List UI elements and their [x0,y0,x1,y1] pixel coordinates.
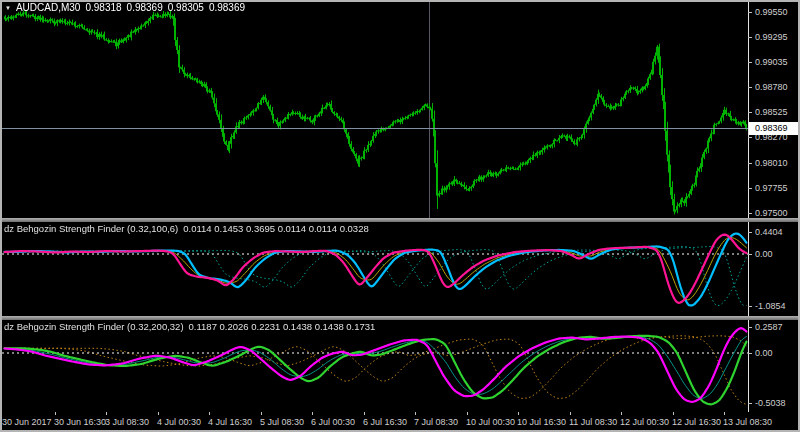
symbol-timeframe-label: AUDCAD,M30 [16,2,80,13]
ohlc-close: 0.98369 [209,2,245,13]
time-axis-label: 30 Jun 16:30 [54,417,106,427]
mt4-chart-window: ▼ AUDCAD,M30 0.98318 0.98369 0.98305 0.9… [0,0,800,432]
time-tick-mark [621,412,622,415]
time-tick-mark [570,412,571,415]
axis-price-label: 0.97755 [755,183,788,193]
time-tick-mark [364,412,365,415]
axis-tick-mark [748,163,752,164]
time-tick-mark [209,412,210,415]
axis-price-label: 0.98525 [755,107,788,117]
time-tick-mark [415,412,416,415]
axis-tick-mark [748,254,752,255]
ohlc-open: 0.98318 [85,2,121,13]
indicator1-header: dz Behgozin Strength Finder (0.32,100,6)… [4,223,369,234]
indicator1-name: dz Behgozin Strength Finder (0.32,100,6) [4,223,178,234]
time-tick-mark [312,412,313,415]
axis-price-label: -0.5038 [755,398,786,408]
time-axis-label: 5 Jul 08:30 [260,417,304,427]
time-tick-mark [724,412,725,415]
axis-tick-mark [748,37,752,38]
frame-top [0,0,800,2]
time-axis-label: 6 Jul 00:30 [311,417,355,427]
time-axis[interactable]: 30 Jun 201730 Jun 16:303 Jul 08:304 Jul … [0,412,800,430]
axis-price-label: -1.0854 [755,301,786,311]
time-tick-mark [518,412,519,415]
time-axis-label: 10 Jul 00:30 [466,417,515,427]
axis-tick-mark [748,137,752,138]
time-tick-mark [55,412,56,415]
axis-tick-mark [748,306,752,307]
time-axis-label: 11 Jul 08:30 [569,417,617,427]
axis-tick-mark [748,62,752,63]
time-axis-label: 7 Jul 08:30 [414,417,458,427]
indicator2-name: dz Behgozin Strength Finder (0.32,200,32… [4,321,184,332]
ohlc-high: 0.98369 [127,2,163,13]
indicator2-values: 0.1187 0.2026 0.2231 0.1438 0.1438 0.173… [189,321,376,332]
time-axis-label: 13 Jul 08:30 [723,417,772,427]
price-axis[interactable]: 0.995500.992950.990350.987800.985250.982… [748,2,800,218]
axis-tick-mark [748,213,752,214]
axis-tick-mark [748,403,752,404]
indicator2-chart[interactable] [2,320,748,412]
frame-left [0,0,2,432]
panel-splitter-2[interactable] [0,316,800,320]
time-tick-mark [158,412,159,415]
axis-price-label: 0.00 [755,348,773,358]
axis-price-label: 0.98780 [755,82,788,92]
indicator1-values: 0.0114 0.1453 0.3695 0.0114 0.0114 0.032… [183,223,368,234]
axis-price-label: 0.99035 [755,57,788,67]
time-tick-mark [261,412,262,415]
axis-price-label: 0.98010 [755,158,788,168]
current-price-tag: 0.98369 [749,122,798,135]
axis-tick-mark [748,12,752,13]
axis-tick-mark [748,87,752,88]
axis-price-label: 0.2587 [755,322,783,332]
axis-price-label: 0.97500 [755,208,788,218]
time-axis-label: 12 Jul 16:30 [672,417,721,427]
time-tick-mark [467,412,468,415]
axis-tick-mark [748,112,752,113]
axis-price-label: 0.99295 [755,32,788,42]
time-axis-label: 4 Jul 00:30 [157,417,201,427]
time-axis-label: 12 Jul 00:30 [620,417,669,427]
time-axis-label: 6 Jul 16:30 [363,417,407,427]
indicator1-chart[interactable] [2,222,748,316]
indicator2-axis[interactable]: 0.25870.00-0.5038 [748,320,800,412]
symbol-dropdown-icon[interactable]: ▼ [5,3,11,13]
indicator1-axis[interactable]: 0.44040.00-1.0854 [748,222,800,316]
main-price-chart[interactable] [2,2,748,218]
axis-tick-mark [748,232,752,233]
ohlc-low: 0.98305 [168,2,204,13]
time-axis-label: 3 Jul 08:30 [105,417,149,427]
time-axis-label: 30 Jun 2017 [2,417,52,427]
time-axis-label: 10 Jul 16:30 [517,417,566,427]
time-tick-mark [673,412,674,415]
axis-price-label: 0.00 [755,249,773,259]
indicator2-header: dz Behgozin Strength Finder (0.32,200,32… [4,321,375,332]
axis-price-label: 0.99550 [755,7,788,17]
chart-ohlc-header: ▼ AUDCAD,M30 0.98318 0.98369 0.98305 0.9… [5,2,245,13]
panel-splitter-1[interactable] [0,218,800,222]
axis-tick-mark [748,188,752,189]
axis-tick-mark [748,353,752,354]
axis-price-label: 0.4404 [755,227,783,237]
time-axis-label: 4 Jul 16:30 [208,417,252,427]
axis-tick-mark [748,327,752,328]
time-tick-mark [106,412,107,415]
